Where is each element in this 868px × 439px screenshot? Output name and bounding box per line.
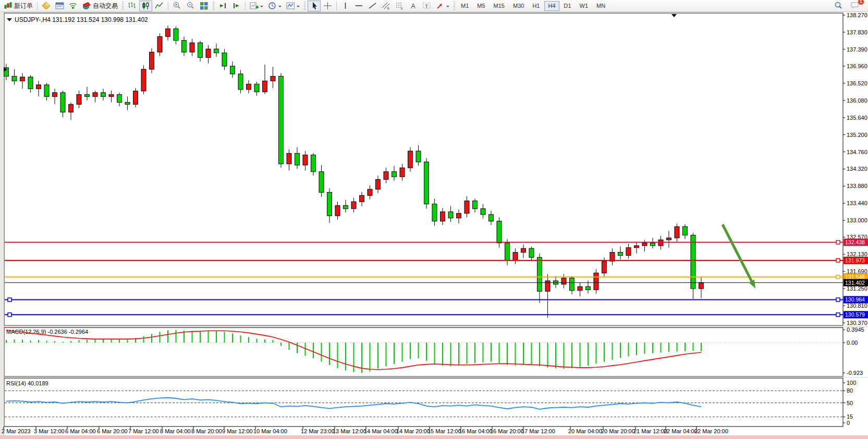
candle-body-bull: [384, 172, 388, 180]
time-axis-label: 8 Mar 20:00: [191, 428, 222, 434]
macd-histogram-bar: [410, 343, 411, 359]
candlestick-chart-button[interactable]: [139, 1, 152, 11]
hline-handle[interactable]: [836, 259, 840, 262]
candlestick-icon: [141, 2, 150, 10]
chart-window-button[interactable]: [53, 1, 66, 11]
chart-shift-button[interactable]: [230, 1, 243, 11]
timeframe-button-H1[interactable]: H1: [529, 1, 543, 11]
macd-histogram-bar: [70, 341, 71, 343]
candle-body-bull: [150, 52, 154, 69]
timeframe-button-W1[interactable]: W1: [576, 1, 592, 11]
new-order-button[interactable]: 新订单: [2, 1, 35, 11]
candle-body-bull: [36, 85, 41, 89]
macd-histogram-bar: [54, 341, 55, 343]
candle-body-bull: [408, 151, 413, 168]
label-tool-button[interactable]: T: [420, 1, 433, 11]
signal-icon: [69, 2, 78, 10]
macd-histogram-bar: [103, 340, 104, 343]
timeframe-button-D1[interactable]: D1: [560, 1, 575, 11]
macd-histogram-bar: [264, 340, 265, 343]
auto-scroll-button[interactable]: [216, 1, 229, 11]
period-button[interactable]: [266, 1, 284, 11]
fibonacci-tool-button[interactable]: F: [393, 1, 406, 11]
text-tool-button[interactable]: A: [407, 1, 420, 11]
time-axis-label: 15 Mar 12:00: [427, 428, 461, 434]
zoom-out-button[interactable]: [184, 1, 197, 11]
new-chart-button[interactable]: [248, 1, 265, 11]
timeframe-button-M30[interactable]: M30: [509, 1, 528, 11]
macd-histogram-bar: [450, 343, 451, 366]
line-chart-button[interactable]: [153, 1, 166, 11]
timeframe-button-M1[interactable]: M1: [457, 1, 472, 11]
horizontal-line-tool-button[interactable]: [352, 1, 365, 11]
price-axis-tick-label: 131.250: [847, 285, 867, 292]
macd-histogram-bar: [370, 343, 371, 371]
timeframe-button-M15[interactable]: M15: [490, 1, 508, 11]
new-chart-icon: [250, 2, 259, 10]
macd-histogram-bar: [38, 340, 39, 343]
tile-windows-button[interactable]: [198, 1, 211, 11]
cursor-button[interactable]: [308, 1, 321, 11]
market-watch-icon: [42, 2, 51, 10]
auto-trading-button[interactable]: 自动交易: [80, 1, 120, 11]
macd-histogram-bar: [240, 335, 241, 343]
timeframe-button-MN[interactable]: MN: [593, 1, 609, 11]
candle-body-bear: [570, 278, 574, 291]
template-button[interactable]: [284, 1, 302, 11]
hline-handle[interactable]: [8, 298, 11, 302]
time-axis-label: 7 Mar 12:00: [128, 428, 159, 434]
rsi-axis-tick-label: 100: [847, 380, 856, 386]
svg-text:E: E: [387, 7, 389, 10]
timeframe-button-M5[interactable]: M5: [473, 1, 488, 11]
horizontal-scrollbar[interactable]: [0, 435, 868, 439]
candle-body-bull: [634, 246, 639, 248]
timeframe-button-H4[interactable]: H4: [544, 1, 559, 11]
toolbar-separator: [37, 2, 38, 10]
macd-histogram-bar: [289, 343, 290, 350]
search-button[interactable]: [832, 1, 845, 11]
macd-histogram-bar: [644, 343, 645, 354]
candle-body-bear: [174, 29, 178, 40]
macd-histogram-bar: [377, 343, 378, 369]
macd-histogram-bar: [329, 343, 330, 365]
macd-histogram-bar: [515, 343, 516, 366]
market-watch-button[interactable]: [40, 1, 53, 11]
price-axis-badge-label: 131.973: [845, 257, 865, 264]
macd-histogram-bar: [571, 343, 572, 368]
vertical-line-tool-button[interactable]: [339, 1, 352, 11]
macd-histogram-bar: [63, 342, 64, 343]
hline-handle[interactable]: [836, 313, 840, 317]
price-axis-tick-label: 134.760: [847, 149, 867, 155]
macd-histogram-bar: [345, 343, 346, 371]
shapes-tool-button[interactable]: [434, 1, 451, 11]
rsi-label: RSI(14) 40.0189: [6, 380, 48, 386]
hline-handle[interactable]: [836, 298, 840, 302]
crosshair-button[interactable]: [321, 1, 334, 11]
macd-histogram-bar: [499, 343, 500, 363]
price-axis-tick-label: 137.390: [847, 46, 867, 53]
panel-separator: [0, 377, 868, 378]
auto-trading-icon: [82, 2, 91, 10]
macd-histogram-bar: [216, 331, 217, 343]
macd-panel[interactable]: [4, 328, 843, 377]
zoom-in-button[interactable]: [170, 1, 184, 11]
macd-histogram-bar: [434, 343, 435, 364]
macd-histogram-bar: [612, 343, 613, 360]
channel-tool-button[interactable]: E: [380, 1, 393, 11]
macd-histogram-bar: [636, 343, 637, 355]
hline-handle[interactable]: [8, 313, 11, 317]
macd-histogram-bar: [474, 343, 475, 363]
main-price-panel[interactable]: [4, 13, 843, 325]
candle-body-bull: [247, 84, 251, 89]
candle-body-bear: [651, 243, 655, 246]
candle-body-bear: [586, 286, 591, 290]
time-axis-label: 22 Mar 04:00: [664, 428, 698, 434]
time-axis-label: 16 Mar 04:00: [459, 428, 493, 434]
hline-handle[interactable]: [836, 275, 840, 279]
hline-handle[interactable]: [836, 241, 840, 244]
trendline-tool-button[interactable]: [366, 1, 379, 11]
candle-body-bear: [295, 154, 300, 165]
signal-button[interactable]: [67, 1, 80, 11]
chart-canvas[interactable]: USDJPY-,H4 131.192 131.524 130.998 131.4…: [0, 12, 868, 439]
bar-chart-button[interactable]: [126, 1, 139, 11]
